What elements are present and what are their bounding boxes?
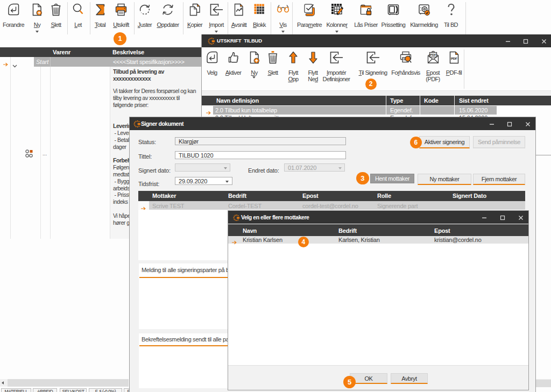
svg-text:PDF: PDF [451,56,457,60]
svg-text:PDF: PDF [430,53,436,56]
